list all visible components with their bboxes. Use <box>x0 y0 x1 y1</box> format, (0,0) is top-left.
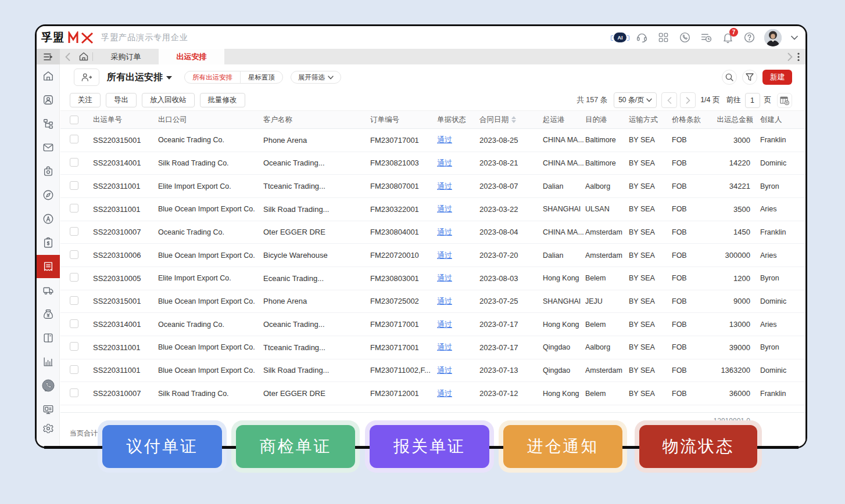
row-checkbox[interactable] <box>70 135 78 143</box>
filter-button[interactable] <box>742 70 757 85</box>
batch-edit-button[interactable]: 批量修改 <box>200 93 245 107</box>
row-checkbox[interactable] <box>70 158 78 167</box>
row-checkbox[interactable] <box>70 250 78 259</box>
status-link[interactable]: 通过 <box>437 320 452 329</box>
sidebar-item-reports[interactable] <box>37 350 60 373</box>
table-row[interactable]: SS220315001Oceanic Trading Co.Phone Aren… <box>60 129 805 152</box>
table-row[interactable]: SS220310006Blue Ocean Import Export Co.B… <box>60 244 805 267</box>
view-owner-icon[interactable] <box>74 69 99 86</box>
table-row[interactable]: SS220310005Elite Import Export Co.Eceani… <box>60 267 805 290</box>
table-row[interactable]: SS220310007Oceanic Trading Co.Oter EGGER… <box>60 221 805 244</box>
row-checkbox[interactable] <box>70 204 78 213</box>
sidebar-item-whatsapp[interactable] <box>37 374 60 397</box>
status-link[interactable]: 通过 <box>437 389 452 398</box>
sidebar-item-marketing[interactable] <box>37 207 60 231</box>
row-checkbox[interactable] <box>70 388 78 397</box>
sort-icon[interactable] <box>511 116 516 123</box>
row-checkbox[interactable] <box>70 227 78 236</box>
row-checkbox[interactable] <box>70 342 78 351</box>
cell-status: 通过 <box>437 319 479 330</box>
sidebar-item-shipping-documents[interactable] <box>37 255 60 278</box>
status-link[interactable]: 通过 <box>437 135 452 144</box>
tab-back-icon[interactable] <box>60 49 75 64</box>
tab-forward-icon[interactable] <box>787 53 793 61</box>
user-avatar[interactable] <box>764 29 782 46</box>
expand-filters-button[interactable]: 展开筛选 <box>291 71 341 84</box>
sidebar-item-home[interactable] <box>37 64 60 88</box>
sidebar-item-contacts[interactable] <box>37 88 60 111</box>
status-link[interactable]: 通过 <box>437 297 452 305</box>
table-row[interactable]: SS220314001Oceanic Trading Co.Oceanic Tr… <box>60 313 805 336</box>
history-log-icon[interactable] <box>700 31 712 44</box>
status-link[interactable]: 通过 <box>437 366 452 375</box>
table-row[interactable]: SS220311001Elite Import Export Co.Ttcean… <box>60 175 805 198</box>
prev-page-button[interactable] <box>661 92 677 108</box>
tab-purchase-orders[interactable]: 采购订单 <box>93 49 159 64</box>
export-button[interactable]: 导出 <box>106 93 137 107</box>
page-size-select[interactable]: 50 条/页 <box>614 92 657 108</box>
search-button[interactable] <box>722 70 737 85</box>
table-row[interactable]: SS220314001Silk Road Trading Co.Oceanic … <box>60 152 805 175</box>
table-row[interactable]: SS220311001Blue Ocean Import Export Co.T… <box>60 336 805 359</box>
sidebar-item-discover[interactable] <box>37 183 60 207</box>
help-icon[interactable] <box>743 31 756 44</box>
page-indicator: 1/4 页 <box>700 95 719 105</box>
new-button[interactable]: 新建 <box>762 70 792 85</box>
table-row[interactable]: SS220315001Blue Ocean Import Export Co.P… <box>60 290 805 314</box>
column-header-date[interactable]: 合同日期 <box>479 115 543 125</box>
follow-button[interactable]: 关注 <box>70 93 101 107</box>
flow-button-4[interactable]: 进仓通知 <box>503 425 622 468</box>
row-checkbox[interactable] <box>70 273 78 282</box>
sidebar-item-finance[interactable] <box>37 303 60 326</box>
status-link[interactable]: 通过 <box>437 251 452 260</box>
table-row[interactable]: SS220311001Blue Ocean Import Export Co.S… <box>60 359 805 383</box>
sidebar-collapse-icon[interactable] <box>37 49 60 64</box>
table-row[interactable]: SS220310007Silk Road Trading Co.Oter EGG… <box>60 382 805 405</box>
main-panel: 所有出运安排 所有出运安排 星标置顶 展开筛选 <box>60 64 805 447</box>
status-link[interactable]: 通过 <box>437 343 452 351</box>
tab-home-icon[interactable] <box>75 49 92 64</box>
flow-button-1[interactable]: 议付单证 <box>102 425 222 468</box>
cell-customer: Oter EGGER DRE <box>263 228 370 236</box>
apps-grid-icon[interactable] <box>657 31 669 44</box>
user-menu-chevron-icon[interactable] <box>790 31 799 44</box>
tab-shipping-arrangement[interactable]: 出运安排 <box>159 49 224 64</box>
notifications-bell-icon[interactable]: 7 <box>721 31 734 44</box>
status-link[interactable]: 通过 <box>437 182 452 190</box>
flow-button-2[interactable]: 商检单证 <box>236 425 355 468</box>
sidebar-item-products[interactable] <box>37 160 60 183</box>
cell-status: 通过 <box>437 296 479 307</box>
filter-all-shipping[interactable]: 所有出运安排 <box>185 71 240 83</box>
row-checkbox[interactable] <box>70 181 78 190</box>
column-header-exporter: 出口公司 <box>158 115 263 125</box>
cell-id: SS220310007 <box>93 228 158 236</box>
select-all-checkbox[interactable] <box>70 116 78 124</box>
goto-page-input[interactable] <box>745 93 760 108</box>
flow-button-5[interactable]: 物流状态 <box>639 425 757 468</box>
next-page-button[interactable] <box>680 92 696 108</box>
row-checkbox[interactable] <box>70 319 78 328</box>
status-link[interactable]: 通过 <box>437 228 452 236</box>
table-row[interactable]: SS220311001Blue Ocean Import Export Co.S… <box>60 198 805 221</box>
sidebar-item-quotation[interactable] <box>37 231 60 254</box>
flow-button-3[interactable]: 报关单证 <box>370 425 489 468</box>
tab-more-icon[interactable] <box>797 52 800 62</box>
whatsapp-icon[interactable] <box>678 31 691 44</box>
row-checkbox[interactable] <box>70 296 78 305</box>
filter-starred[interactable]: 星标置顶 <box>240 71 282 83</box>
sidebar-item-mail[interactable] <box>37 136 60 159</box>
ai-assistant-icon[interactable]: AI <box>614 31 626 44</box>
sidebar-item-ledger[interactable] <box>37 326 60 350</box>
row-checkbox[interactable] <box>70 365 78 374</box>
table-settings-button[interactable] <box>777 93 792 108</box>
sidebar-item-logistics[interactable] <box>37 279 60 302</box>
recycle-bin-button[interactable]: 放入回收站 <box>142 93 195 107</box>
headset-support-icon[interactable] <box>635 31 648 44</box>
sidebar-item-settings[interactable] <box>37 417 60 440</box>
status-link[interactable]: 通过 <box>437 159 452 167</box>
status-link[interactable]: 通过 <box>437 204 452 213</box>
sidebar-item-organization[interactable] <box>37 112 60 135</box>
cell-mode: BY SEA <box>629 343 672 351</box>
status-link[interactable]: 通过 <box>437 273 452 282</box>
view-selector[interactable]: 所有出运安排 <box>107 71 172 84</box>
